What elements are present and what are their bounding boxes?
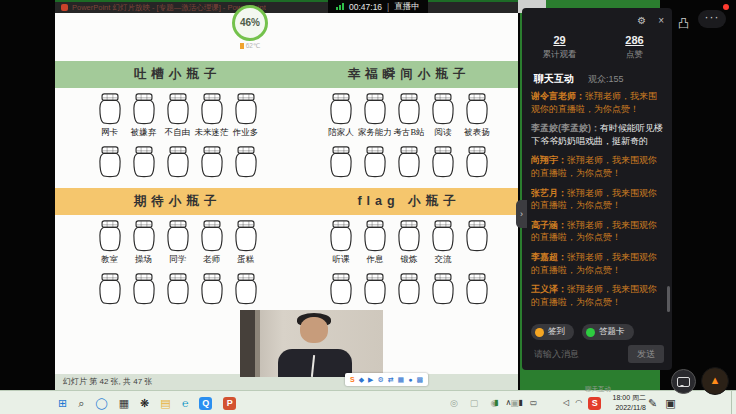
jar-icon bbox=[328, 92, 354, 126]
chat-message: 张艺月：张翔老师，我来围观你的直播啦，为你点赞！ bbox=[531, 187, 663, 212]
jar-icon bbox=[233, 145, 259, 179]
chat-sender: 张艺月： bbox=[531, 188, 567, 198]
chat-bubble-fab[interactable] bbox=[671, 369, 696, 394]
jar-icon bbox=[430, 219, 456, 253]
live-widget-avatar[interactable]: ▲ bbox=[701, 367, 729, 395]
doorframe bbox=[240, 310, 255, 377]
speaker-icon[interactable]: ◁ bbox=[563, 391, 569, 414]
tab-audience[interactable]: 观众:155 bbox=[588, 73, 624, 86]
action-center-icon[interactable]: ▣ bbox=[665, 391, 675, 414]
pill-dot-icon bbox=[586, 328, 595, 337]
remote-control-toolbar[interactable]: S◆▶⚙⇄▦●▩ bbox=[345, 373, 428, 386]
capture-app-icon[interactable]: ❋ bbox=[140, 391, 149, 414]
chat-sender: 王义泽： bbox=[531, 284, 567, 294]
slide-section-expectations: 期待小瓶子 教室操场同学老师蛋糕 bbox=[55, 188, 300, 306]
stat-likes: 286 点赞 bbox=[597, 34, 672, 61]
sunlogin-logo-icon[interactable]: S bbox=[350, 373, 355, 386]
task-view-icon[interactable]: ▦ bbox=[119, 391, 129, 414]
jar-icon bbox=[165, 92, 191, 126]
display-icon[interactable]: ▭ bbox=[530, 391, 538, 414]
jar-icon bbox=[430, 145, 456, 179]
jar-icon bbox=[233, 272, 259, 306]
chat-input[interactable] bbox=[532, 348, 622, 360]
chat-message: 高子涵：张翔老师，我来围观你的直播啦，为你点赞！ bbox=[531, 219, 663, 244]
pointer-tool-icon[interactable]: ▶ bbox=[368, 373, 373, 386]
pill-dot-icon bbox=[535, 328, 544, 337]
transfer-tool-icon[interactable]: ⇄ bbox=[388, 373, 394, 386]
answer-card-button[interactable]: 答题卡 bbox=[582, 324, 634, 340]
jar-label: 交流 bbox=[426, 254, 460, 268]
file-explorer-icon[interactable]: ▤ bbox=[160, 391, 170, 414]
pen-input-icon[interactable]: ✎ bbox=[648, 391, 657, 414]
hidden-icons-chevron[interactable]: ∧ bbox=[505, 391, 511, 414]
jar-label: 网卡 bbox=[93, 127, 127, 141]
chat-sender: 李孟姣(李孟姣)： bbox=[531, 123, 600, 133]
jar-icon bbox=[97, 92, 123, 126]
jar-icon bbox=[328, 219, 354, 253]
tray-group-3: ✎▣ bbox=[648, 391, 676, 414]
grid-tool-icon[interactable]: ▩ bbox=[416, 373, 423, 386]
jar-label: 家务能力 bbox=[358, 127, 392, 141]
chat-message: 尚翔宇：张翔老师，我来围观你的直播啦，为你点赞！ bbox=[531, 154, 663, 179]
jar-icon bbox=[362, 219, 388, 253]
performance-badge: 46% 62℃ bbox=[230, 5, 270, 50]
jar-label: 不自由 bbox=[161, 127, 195, 141]
pinned-app-icon-1[interactable]: ◎ bbox=[450, 391, 458, 414]
chat-tool-icon[interactable]: ◆ bbox=[359, 373, 364, 386]
settings-tool-icon[interactable]: ⚙ bbox=[377, 373, 383, 386]
powerpoint-icon[interactable]: P bbox=[223, 397, 236, 410]
mic-icon[interactable]: ▮ bbox=[518, 391, 522, 414]
jar-label: 作业多 bbox=[229, 127, 263, 141]
close-icon[interactable]: × bbox=[658, 15, 664, 26]
chat-scrollbar[interactable] bbox=[667, 286, 670, 312]
jar-icon bbox=[97, 272, 123, 306]
cortana-icon[interactable]: ◯ bbox=[95, 391, 107, 414]
powerpoint-titlebar[interactable]: PowerPoint 幻灯片放映 - [专题—激活心理课] - PowerPoi… bbox=[55, 0, 518, 13]
edge-icon[interactable]: ℮ bbox=[182, 391, 189, 414]
jar-icon bbox=[396, 219, 422, 253]
cpu-percent-ring: 46% bbox=[232, 5, 268, 41]
chat-sender: 谢令言老师： bbox=[531, 91, 585, 101]
more-options-button[interactable]: ··· bbox=[698, 10, 726, 28]
taskbar-apps: ⊞⌕◯▦❋▤℮QP bbox=[58, 391, 236, 414]
jar-icon bbox=[131, 92, 157, 126]
jar-label: 考古B站 bbox=[392, 127, 426, 141]
show-desktop-button[interactable] bbox=[731, 391, 736, 414]
jar-label: 操场 bbox=[127, 254, 161, 268]
windows-start-icon[interactable]: ⊞ bbox=[58, 391, 67, 414]
share-icon[interactable]: 凸 bbox=[678, 16, 689, 31]
jar-label: 锻炼 bbox=[392, 254, 426, 268]
slide-counter: 幻灯片 第 42 张, 共 47 张 bbox=[63, 377, 152, 386]
chat-sender: 李嘉超： bbox=[531, 252, 567, 262]
jar-icon bbox=[464, 145, 490, 179]
jar-icon bbox=[328, 272, 354, 306]
taskbar-clock[interactable]: 18:00 周二 2022/11/8 bbox=[600, 393, 646, 413]
section-header: flag 小瓶子 bbox=[300, 188, 518, 215]
jar-icon bbox=[362, 272, 388, 306]
chat-message-list[interactable]: 谢令言老师：张翔老师，我来围观你的直播啦，为你点赞！李孟姣(李孟姣)：有时候能听… bbox=[531, 90, 663, 314]
jar-label: 蛋糕 bbox=[229, 254, 263, 268]
pinned-app-icon-2[interactable]: ▢ bbox=[470, 391, 479, 414]
jar-icon bbox=[199, 92, 225, 126]
battery-icon[interactable]: ▮ bbox=[494, 391, 498, 414]
jar-label: 同学 bbox=[161, 254, 195, 268]
tab-chat-interaction[interactable]: 聊天互动 bbox=[534, 72, 574, 86]
jar-icon bbox=[233, 92, 259, 126]
network-icon[interactable]: ◠ bbox=[575, 391, 582, 414]
jar-icon bbox=[430, 272, 456, 306]
jar-label: 作息 bbox=[358, 254, 392, 268]
jar-label: 老师 bbox=[195, 254, 229, 268]
quick-buttons: 签到答题卡 bbox=[531, 324, 634, 340]
jar-icon bbox=[165, 145, 191, 179]
sign-in-button[interactable]: 签到 bbox=[531, 324, 574, 340]
meeting-app-icon[interactable]: Q bbox=[199, 397, 212, 410]
panel-collapse-handle[interactable]: › bbox=[516, 200, 527, 228]
jar-icon bbox=[464, 219, 490, 253]
jar-icon bbox=[328, 145, 354, 179]
chat-message: 王义泽：张翔老师，我来围观你的直播啦，为你点赞！ bbox=[531, 283, 663, 308]
barrage-settings-icon[interactable]: ⚙ bbox=[637, 15, 646, 26]
search-icon[interactable]: ⌕ bbox=[78, 391, 84, 414]
send-button[interactable]: 发送 bbox=[628, 345, 664, 363]
users-tool-icon[interactable]: ● bbox=[408, 373, 412, 386]
screen-tool-icon[interactable]: ▦ bbox=[398, 373, 405, 386]
